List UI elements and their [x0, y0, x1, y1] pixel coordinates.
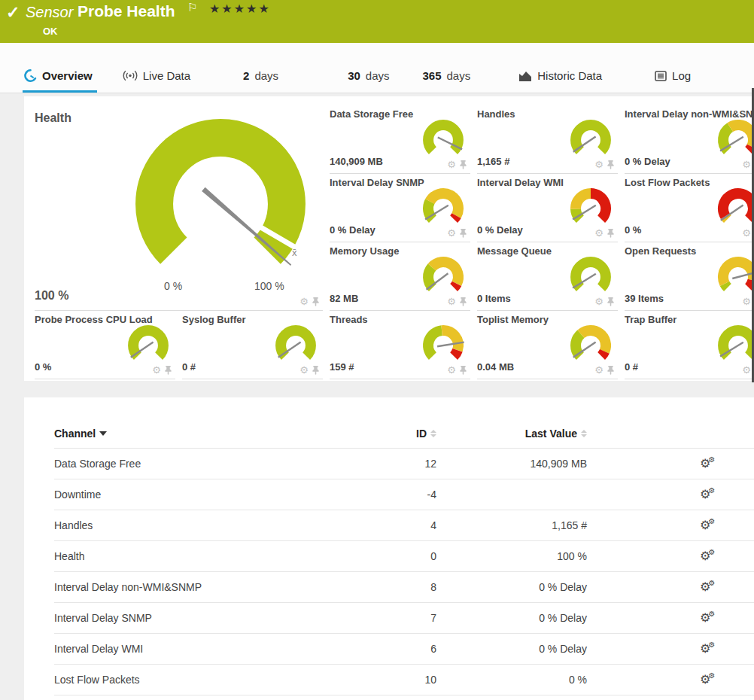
channel-settings-gear-icon[interactable]: ⚙⚙ [700, 612, 710, 624]
pin-icon[interactable] [312, 297, 320, 306]
pin-icon[interactable] [607, 160, 615, 169]
channel-row-health[interactable]: Health0100 %⚙⚙ [54, 541, 754, 572]
gauge-dial [419, 254, 467, 300]
channel-name[interactable]: Handles [54, 519, 384, 531]
channel-last-value: 0 % Delay [436, 643, 587, 655]
gear-icon[interactable]: ⚙ [594, 365, 604, 375]
status-badge: OK [43, 26, 58, 37]
pin-icon[interactable] [459, 228, 467, 238]
channel-last-value: 100 % [436, 550, 587, 562]
gauge-cell-handles: Handles1,165 #⚙ [477, 105, 618, 174]
tab-historic-data[interactable]: Historic Data [517, 69, 607, 93]
channel-settings-gear-icon[interactable]: ⚙⚙ [700, 581, 710, 593]
gear-icon[interactable]: ⚙ [447, 365, 456, 375]
gear-icon[interactable]: ⚙ [594, 228, 604, 238]
gear-icon[interactable]: ⚙ [447, 228, 456, 238]
gauge-cell-toplist-memory: Toplist Memory0.04 MB⚙ [477, 311, 618, 379]
tab-2-days[interactable]: 2days [242, 69, 283, 93]
pin-icon[interactable] [459, 365, 467, 375]
gauge-dial [567, 186, 615, 231]
gauge-value: 0 % [35, 361, 51, 373]
gauge-actions: ⚙ [447, 365, 467, 375]
gauge-grid: Health0 %100 %x̄100 %⚙Data Storage Free1… [35, 105, 754, 379]
pin-icon[interactable] [164, 365, 172, 375]
channel-id: 10 [384, 674, 436, 686]
column-header-id[interactable]: ID [384, 428, 436, 440]
channel-name[interactable]: Interval Delay WMI [54, 643, 384, 655]
gear-icon[interactable]: ⚙ [742, 365, 751, 375]
gauge-icon [24, 69, 37, 82]
gauge-dial [419, 186, 467, 231]
gauge-cell-message-queue: Message Queue0 Items⚙ [477, 242, 618, 311]
tab-label: days [366, 69, 390, 82]
channel-settings-gear-icon[interactable]: ⚙⚙ [700, 550, 710, 562]
gear-icon[interactable]: ⚙ [742, 160, 751, 169]
sort-desc-icon [99, 431, 107, 436]
channel-last-value: 0 % Delay [436, 612, 587, 624]
tab-bar: OverviewLive Data2days30days365daysHisto… [0, 43, 754, 93]
flag-icon[interactable]: ⚐ [187, 1, 197, 14]
gauge-title: Handles [477, 108, 515, 120]
gear-icon[interactable]: ⚙ [594, 160, 604, 169]
gear-icon[interactable]: ⚙ [299, 297, 309, 306]
channel-settings-gear-icon[interactable]: ⚙⚙ [700, 488, 710, 501]
gauge-title: Trap Buffer [625, 314, 676, 325]
gauge-cell-syslog-buffer: Syslog Buffer0 #⚙ [182, 311, 323, 379]
channel-id: -4 [384, 488, 436, 501]
tab-30-days[interactable]: 30days [346, 69, 394, 93]
gauge-value: 0 # [625, 361, 638, 373]
gauge-actions: ⚙ [299, 297, 320, 306]
gauge-value: 0.04 MB [477, 361, 514, 373]
channel-row-interval-delay-non-wmi-snmp[interactable]: Interval Delay non-WMI&SNMP80 % Delay⚙⚙ [54, 572, 754, 603]
gauge-value: 0 % [625, 224, 641, 236]
pin-icon[interactable] [607, 365, 615, 375]
tab-365-days[interactable]: 365days [421, 69, 476, 93]
gauge-cell-interval-delay-wmi: Interval Delay WMI0 % Delay⚙ [477, 174, 618, 242]
gauge-cell-data-storage-free: Data Storage Free140,909 MB⚙ [330, 105, 470, 174]
pin-icon[interactable] [459, 160, 467, 169]
pin-icon[interactable] [459, 297, 467, 306]
channel-name[interactable]: Downtime [54, 488, 384, 501]
channel-settings-gear-icon[interactable]: ⚙⚙ [700, 643, 710, 655]
column-header-last-value[interactable]: Last Value [436, 428, 587, 440]
channel-table-body: Data Storage Free12140,909 MB⚙⚙Downtime-… [54, 449, 754, 695]
gauge-cell-trap-buffer: Trap Buffer0 #⚙ [625, 311, 754, 379]
channel-settings-gear-icon[interactable]: ⚙⚙ [700, 458, 710, 470]
channel-row-data-storage-free[interactable]: Data Storage Free12140,909 MB⚙⚙ [54, 449, 754, 479]
gear-icon[interactable]: ⚙ [594, 297, 604, 306]
gear-icon[interactable]: ⚙ [152, 365, 161, 375]
pin-icon[interactable] [312, 365, 320, 375]
tab-live-data[interactable]: Live Data [121, 69, 195, 93]
channel-row-interval-delay-snmp[interactable]: Interval Delay SNMP70 % Delay⚙⚙ [54, 603, 754, 634]
channel-name[interactable]: Interval Delay SNMP [54, 612, 384, 624]
channel-settings-gear-icon[interactable]: ⚙⚙ [700, 674, 710, 686]
gauge-max-label: 100 % [254, 280, 284, 292]
gear-icon[interactable]: ⚙ [742, 297, 751, 306]
gauge-cell-interval-delay-snmp: Interval Delay SNMP0 % Delay⚙ [330, 174, 470, 242]
channel-settings-gear-icon[interactable]: ⚙⚙ [700, 519, 710, 531]
channel-row-downtime[interactable]: Downtime-4⚙⚙ [54, 479, 754, 510]
gauge-title: Toplist Memory [477, 314, 549, 325]
channel-id: 12 [384, 458, 436, 470]
priority-stars[interactable]: ★★★★★ [209, 2, 271, 16]
gauge-value: 159 # [330, 361, 354, 373]
channel-name[interactable]: Lost Flow Packets [54, 674, 384, 686]
gauge-title: Memory Usage [330, 245, 399, 257]
channel-name[interactable]: Health [54, 550, 384, 562]
channel-row-lost-flow-packets[interactable]: Lost Flow Packets100 %⚙⚙ [54, 665, 754, 695]
tab-overview[interactable]: Overview [23, 69, 97, 93]
channel-name[interactable]: Interval Delay non-WMI&SNMP [54, 581, 384, 593]
gear-icon[interactable]: ⚙ [299, 365, 309, 375]
channel-row-handles[interactable]: Handles41,165 #⚙⚙ [54, 510, 754, 541]
gear-icon[interactable]: ⚙ [447, 160, 456, 169]
column-header-channel[interactable]: Channel [54, 428, 384, 440]
gear-icon[interactable]: ⚙ [742, 228, 751, 238]
channel-row-interval-delay-wmi[interactable]: Interval Delay WMI60 % Delay⚙⚙ [54, 634, 754, 665]
channel-last-value: 1,165 # [436, 519, 587, 531]
pin-icon[interactable] [607, 297, 615, 306]
tab-log[interactable]: Log [653, 69, 695, 93]
gear-icon[interactable]: ⚙ [447, 297, 456, 306]
channel-name[interactable]: Data Storage Free [54, 458, 384, 470]
gauge-value: 39 Items [625, 293, 664, 304]
pin-icon[interactable] [607, 228, 615, 238]
